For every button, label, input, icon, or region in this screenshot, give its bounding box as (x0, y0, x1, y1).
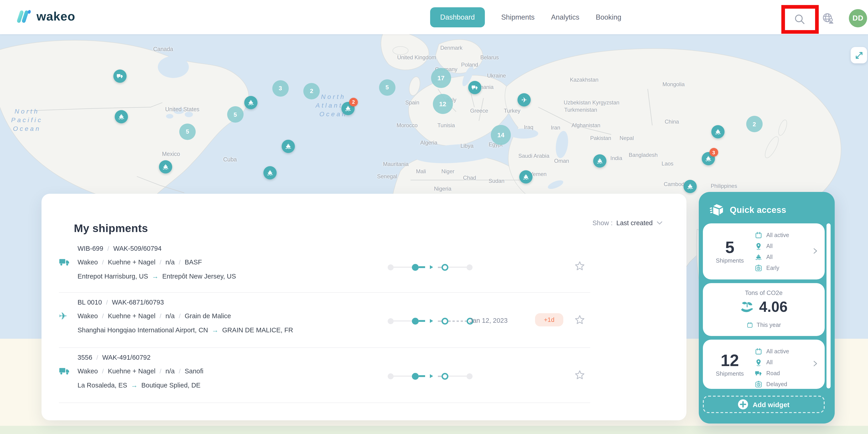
party-name: Grain de Malice (185, 312, 231, 320)
show-value: Last created (616, 219, 653, 227)
map-cluster-marker[interactable]: 2 (746, 116, 763, 132)
alert-count-badge[interactable]: 3 (709, 148, 718, 157)
widget-filter-row: All active (755, 346, 789, 357)
language-button[interactable] (822, 12, 835, 25)
progress-next-stop-ring (441, 318, 448, 324)
app-root: CanadaUnited StatesMexicoCubaDenmarkUnit… (0, 0, 868, 434)
shipments-filter-widget[interactable]: 5 Shipments All active All All Early (703, 223, 825, 279)
globe-user-icon (822, 12, 835, 25)
map-ship-marker[interactable] (159, 160, 173, 173)
map-truck-marker[interactable] (468, 81, 482, 94)
widget-filter-row: All active (755, 230, 789, 241)
filter-label: All (766, 243, 773, 249)
widget-filter-row: All (755, 241, 789, 252)
shipment-row[interactable]: 3556/WAK-491/60792 Wakeo/Kuehne + Nagel/… (41, 350, 686, 401)
chevron-right-icon[interactable] (812, 360, 818, 368)
country-label: United Kingdom (397, 54, 436, 61)
map-expand-button[interactable] (851, 47, 867, 63)
country-label: Pakistan (590, 135, 611, 141)
user-avatar[interactable]: DD (849, 9, 867, 27)
quick-access-title: Quick access (730, 205, 786, 215)
nav-tab-dashboard[interactable]: Dashboard (430, 7, 485, 27)
widget-count-block: 5 Shipments (703, 223, 757, 279)
chevron-right-icon[interactable] (812, 247, 818, 256)
widget-count-block: 12 Shipments (703, 340, 757, 389)
shipment-row[interactable]: BL 0010/WAK-6871/60793 ✈ Wakeo/Kuehne + … (41, 295, 686, 346)
country-label: Belarus (480, 54, 499, 61)
shipment-ref-primary: WIB-699 (78, 245, 103, 252)
filter-label: Delayed (766, 381, 787, 388)
show-sort-dropdown[interactable]: Show : Last created (592, 219, 663, 227)
map-cluster-marker[interactable]: 5 (179, 124, 196, 140)
favorite-star-button[interactable] (574, 369, 586, 381)
country-label: Nepal (620, 135, 634, 141)
bottom-strip (0, 426, 868, 434)
shipments-filter-widget[interactable]: 12 Shipments All active All Road Delayed (703, 340, 825, 389)
map-cluster-marker[interactable]: 5 (227, 106, 243, 123)
map-cluster-marker[interactable]: 12 (433, 94, 453, 114)
separator-slash: / (179, 367, 181, 375)
country-label: Iran (551, 125, 560, 131)
nav-tab-booking[interactable]: Booking (596, 13, 621, 21)
party-name: Wakeo (78, 259, 98, 266)
quick-access-panel: Quick access 5 Shipments All active All … (699, 192, 835, 424)
plus-circle-icon (738, 399, 748, 409)
progress-line (448, 376, 467, 377)
nav-tab-analytics[interactable]: Analytics (551, 13, 579, 21)
favorite-star-button[interactable] (574, 260, 586, 272)
quick-access-header: Quick access (710, 204, 786, 216)
progress-line (448, 267, 467, 268)
map-ship-marker[interactable] (244, 96, 257, 109)
destination-location: GRAIN DE MALICE, FR (222, 326, 293, 334)
wakeo-logo[interactable]: wakeo (16, 8, 75, 25)
map-truck-marker[interactable] (113, 69, 126, 83)
route-arrow-icon: → (212, 326, 218, 334)
quick-access-scrollbar[interactable] (827, 223, 831, 389)
progress-next-stop-ring (441, 264, 448, 271)
country-label: Algeria (420, 139, 437, 146)
country-label: Denmark (440, 45, 462, 51)
map-cluster-marker[interactable]: 5 (379, 79, 395, 96)
top-navbar: wakeo DashboardShipmentsAnalyticsBooking… (0, 0, 868, 34)
destination-location: Entrepôt New Jersey, US (162, 273, 236, 280)
shipment-row[interactable]: WIB-699/WAK-509/60794 Wakeo/Kuehne + Nag… (41, 241, 686, 292)
shipment-ref-secondary: WAK-509/60794 (113, 245, 162, 252)
shipment-ref-primary: BL 0010 (78, 299, 102, 306)
stopwatch-icon (755, 381, 762, 388)
map-ship-marker[interactable] (711, 125, 724, 138)
calendar-icon (747, 322, 753, 328)
map-plane-marker[interactable]: ✈ (518, 94, 531, 107)
map-cluster-marker[interactable]: 3 (272, 80, 288, 97)
country-label: Mali (416, 168, 426, 175)
logo-text: wakeo (36, 9, 75, 24)
add-widget-button[interactable]: Add widget (703, 396, 825, 413)
favorite-star-button[interactable] (574, 314, 586, 326)
filter-label: All (766, 254, 773, 260)
widget-count-label: Shipments (716, 370, 744, 377)
calendar-icon (755, 232, 762, 239)
separator-slash: / (179, 312, 181, 320)
widget-filter-row: Early (755, 263, 789, 273)
map-cluster-marker[interactable]: 17 (431, 68, 451, 88)
co2-main: 4.06 (703, 299, 825, 315)
nav-tab-shipments[interactable]: Shipments (501, 13, 534, 21)
map-ship-marker[interactable] (264, 166, 277, 179)
alert-count-badge[interactable]: 2 (349, 98, 358, 106)
map-ship-marker[interactable] (519, 170, 532, 184)
country-label: Libya (461, 143, 473, 149)
destination-location: Boutique Splied, DE (142, 381, 201, 389)
map-ship-marker[interactable] (593, 154, 607, 168)
transport-mode-icon (59, 366, 70, 377)
party-name: n/a (165, 312, 175, 320)
map-ship-marker[interactable] (282, 140, 295, 153)
map-ship-marker[interactable] (115, 110, 128, 123)
map-cluster-marker[interactable]: 14 (491, 125, 511, 145)
progress-start-dot (388, 318, 394, 324)
progress-mini-dash (438, 266, 441, 268)
co2-widget[interactable]: Tons of CO2e 4.06 This year (703, 283, 825, 336)
map-cluster-marker[interactable]: 2 (303, 83, 320, 99)
country-label: Niger (441, 168, 454, 175)
country-label: Saudi Arabia (518, 153, 549, 159)
map-ship-marker[interactable] (683, 180, 697, 193)
my-shipments-card: My shipments Show : Last created WIB-699… (41, 194, 686, 420)
